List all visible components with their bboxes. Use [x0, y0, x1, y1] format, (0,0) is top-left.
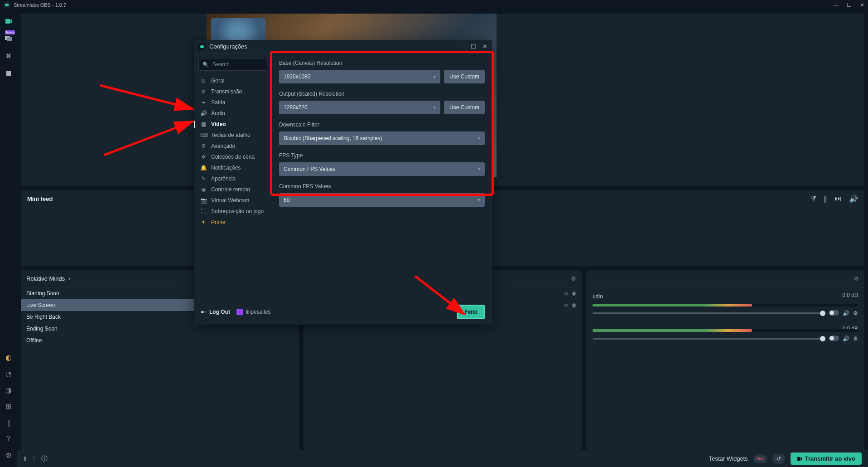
- scene-item[interactable]: Offline: [21, 335, 299, 346]
- link-icon[interactable]: ∞: [564, 302, 568, 308]
- settings-nav-avançado[interactable]: ⚙Avançado: [198, 141, 267, 151]
- caret-down-icon: ▾: [478, 167, 480, 171]
- modal-titlebar: Configurações — ☐ ✕: [194, 40, 492, 54]
- store-icon[interactable]: [3, 68, 14, 78]
- base-res-custom-button[interactable]: Use Custom: [444, 70, 485, 83]
- settings-nav-aparência[interactable]: ✎Aparência: [198, 173, 267, 184]
- link-icon[interactable]: ∞: [564, 290, 568, 297]
- modal-maximize-icon[interactable]: ☐: [471, 43, 476, 50]
- mixer-panel: ⚙ udio 0.0 dB 🔊 ⚙ 0.0 dB 🔊 ⚙: [586, 270, 864, 450]
- base-res-label: Base (Canvas) Resolution: [279, 60, 485, 66]
- settings-nav-prime[interactable]: ✦Prime: [198, 217, 267, 228]
- downscale-select[interactable]: Bicubic (Sharpened scaling, 16 samples) …: [279, 131, 485, 145]
- caret-down-icon: ▾: [478, 136, 480, 141]
- downscale-label: Downscale Filter: [279, 122, 485, 128]
- minimize-icon[interactable]: —: [833, 2, 839, 8]
- output-res-label: Output (Scaled) Resolution: [279, 91, 485, 97]
- modal-body: 🔍 Search ⊞Geral⊕Transmissão➜Saída🔊Áudio▣…: [194, 54, 492, 299]
- base-res-group: Base (Canvas) Resolution 1920x1080 ▾ Use…: [279, 60, 485, 83]
- eye-icon[interactable]: ◉: [572, 290, 576, 297]
- nav-icon: ◉: [200, 186, 207, 193]
- eye-icon[interactable]: ◉: [572, 302, 576, 308]
- fps-type-select[interactable]: Common FPS Values ▾: [279, 162, 485, 176]
- logout-icon: ⇤: [201, 309, 206, 315]
- output-res-custom-button[interactable]: Use Custom: [444, 101, 485, 114]
- modal-footer: ⇤ Log Out filipesalles Feito: [194, 299, 492, 325]
- settings-nav-teclas-de-atalho[interactable]: ⌨Teclas de atalho: [198, 130, 267, 141]
- gear-icon[interactable]: ⚙: [571, 275, 576, 282]
- record-button[interactable]: REC: [753, 454, 767, 463]
- bottom-right: Testar Widgets REC ↺ Transmitir ao vivo: [709, 452, 862, 465]
- settings-nav-virtual-webcam[interactable]: 📷Virtual Webcam: [198, 195, 267, 206]
- twitch-icon: [236, 309, 243, 315]
- nav-icon: 📷: [200, 197, 207, 204]
- base-res-select[interactable]: 1920x1080 ▾: [279, 70, 440, 83]
- modal-minimize-icon[interactable]: —: [458, 43, 464, 50]
- settings-nav-áudio[interactable]: 🔊Áudio: [198, 108, 267, 119]
- go-live-button[interactable]: Transmitir ao vivo: [791, 452, 862, 465]
- cloud-rail-icon[interactable]: ◔: [3, 368, 14, 379]
- stats-icon[interactable]: ⫿: [24, 455, 27, 463]
- speaker-icon[interactable]: 🔊: [843, 336, 849, 342]
- settings-nav-vídeo[interactable]: ▣Vídeo: [198, 119, 267, 130]
- gear-icon[interactable]: ⚙: [853, 310, 858, 316]
- search-input[interactable]: 🔍 Search: [198, 58, 267, 71]
- gear-icon[interactable]: ⚙: [853, 336, 858, 342]
- app-logo: [4, 2, 10, 8]
- grid-rail-icon[interactable]: ⊞: [3, 401, 14, 412]
- settings-nav-geral[interactable]: ⊞Geral: [198, 75, 267, 86]
- mute-toggle[interactable]: [829, 336, 839, 341]
- replay-buffer-button[interactable]: ↺: [772, 454, 785, 464]
- modal-close-icon[interactable]: ✕: [482, 43, 487, 50]
- minifeed-title: Mini feed: [27, 195, 53, 202]
- bottom-left-icons: ⫿ | ⓘ: [24, 455, 48, 463]
- bottom-bar: ⫿ | ⓘ Testar Widgets REC ↺ Transmitir ao…: [17, 450, 868, 467]
- settings-nav-saída[interactable]: ➜Saída: [198, 97, 267, 108]
- settings-nav-sobreposição-no-jogo[interactable]: ⛶Sobreposição no jogo: [198, 206, 267, 217]
- help-rail-icon[interactable]: ?: [3, 433, 14, 444]
- editor-icon[interactable]: [3, 16, 14, 27]
- maximize-icon[interactable]: ☐: [847, 2, 852, 8]
- test-widgets-button[interactable]: Testar Widgets: [709, 455, 748, 462]
- themes-icon[interactable]: Novo: [3, 33, 14, 44]
- info-icon[interactable]: ⓘ: [41, 455, 48, 463]
- volume-icon[interactable]: 🔊: [849, 195, 858, 203]
- mute-toggle[interactable]: [829, 310, 839, 316]
- prime-rail-icon[interactable]: ◐: [3, 352, 14, 363]
- nav-icon: ➜: [200, 99, 207, 106]
- logout-button[interactable]: ⇤ Log Out: [201, 309, 230, 315]
- chevron-down-icon[interactable]: ▾: [68, 276, 71, 281]
- settings-nav-notificações[interactable]: 🔔Notificações: [198, 162, 267, 173]
- settings-nav-controle-remoto[interactable]: ◉Controle remoto: [198, 184, 267, 195]
- settings-nav-coleções-de-cena[interactable]: ❖Coleções de cena: [198, 151, 267, 162]
- done-button[interactable]: Feito: [457, 305, 485, 319]
- app-titlebar: Streamlabs OBS - 1.0.7 — ☐ ✕: [0, 0, 868, 10]
- chat-rail-icon[interactable]: ◑: [3, 384, 14, 395]
- volume-slider[interactable]: [593, 312, 825, 314]
- settings-nav-transmissão[interactable]: ⊕Transmissão: [198, 86, 267, 97]
- scene-collection-name[interactable]: Relative Minds: [26, 275, 65, 282]
- skip-icon[interactable]: ⏭: [834, 195, 842, 203]
- pause-icon[interactable]: ∥: [824, 195, 827, 203]
- appstore-icon[interactable]: ✖: [3, 50, 14, 61]
- linked-user: filipesalles: [236, 309, 270, 315]
- fps-common-select[interactable]: 60 ▾: [279, 193, 485, 207]
- settings-rail-icon[interactable]: ⚙: [3, 450, 14, 461]
- volume-slider[interactable]: [593, 338, 825, 340]
- gear-icon[interactable]: ⚙: [854, 275, 859, 282]
- bars-rail-icon[interactable]: ∥: [3, 417, 14, 428]
- filter-icon[interactable]: ⧩: [810, 195, 816, 203]
- nav-icon: ⚙: [200, 143, 207, 149]
- close-icon[interactable]: ✕: [860, 2, 864, 8]
- username: filipesalles: [246, 309, 270, 315]
- speaker-icon[interactable]: 🔊: [843, 310, 849, 316]
- mixer-header: ⚙: [586, 270, 864, 287]
- caret-down-icon: ▾: [434, 74, 436, 79]
- nav-icon: 🔔: [200, 165, 207, 171]
- output-res-select[interactable]: 1280x720 ▾: [279, 101, 440, 114]
- nav-icon: ✦: [200, 219, 207, 225]
- audio-db-value: 0.0 dB: [842, 292, 858, 298]
- app-title: Streamlabs OBS - 1.0.7: [14, 2, 66, 8]
- svg-rect-1: [7, 37, 12, 41]
- modal-content: Base (Canvas) Resolution 1920x1080 ▾ Use…: [272, 54, 492, 299]
